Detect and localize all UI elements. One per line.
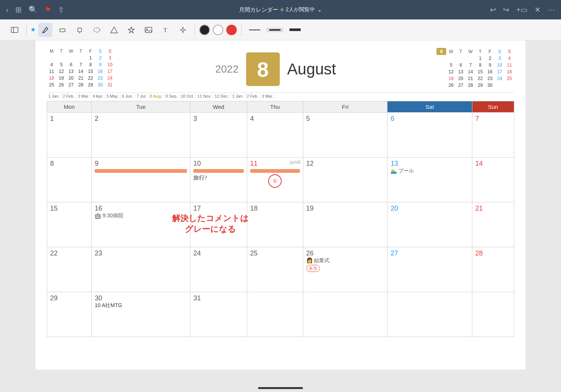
svg-rect-4	[78, 28, 82, 32]
svg-marker-7	[111, 27, 117, 33]
status-dot	[280, 8, 283, 11]
bookmark-icon[interactable]: ⚑	[45, 5, 51, 14]
cell-5: 5	[303, 113, 387, 157]
cell-empty-2	[303, 292, 387, 337]
mini-cal-header-t2: T	[76, 48, 86, 55]
cell-15: 15	[47, 202, 92, 247]
cell-6: 6	[387, 113, 472, 157]
sparkle-tool-btn[interactable]	[176, 23, 190, 37]
event-pool-label: プール	[398, 168, 414, 174]
bottom-bar	[258, 387, 303, 389]
col-mon: Mon	[47, 101, 92, 113]
cell-7: 7	[472, 113, 514, 157]
year-label: 2022	[215, 63, 238, 75]
mini-cal-header-f: F	[86, 48, 95, 55]
cell-empty-3	[387, 292, 472, 337]
mini-cal-july: M T W T F S S 123 4567	[47, 48, 115, 89]
share-icon[interactable]: ⇧	[58, 5, 64, 14]
cell-23: 23	[92, 247, 190, 292]
mini-calendars: M T W T F S S 123 4567	[47, 48, 514, 89]
svg-marker-8	[128, 27, 134, 33]
separator-1	[26, 24, 27, 36]
color-black[interactable]	[199, 25, 210, 35]
thickness-thick[interactable]	[286, 27, 304, 33]
color-white[interactable]	[213, 25, 223, 35]
undo-icon[interactable]: ↩	[490, 5, 496, 14]
table-row: 22 23 24 25 26 👩 始業式 弁当 27 28	[47, 247, 514, 292]
nav-left: ‹ ⊞ 🔍 ⚑ ⇧	[6, 5, 64, 14]
month-name: August	[287, 60, 336, 78]
separator-2	[194, 24, 195, 36]
cell-9: 9	[92, 157, 190, 202]
month-header: 2022 8 August	[215, 52, 336, 87]
mini-cal-header-w: W	[66, 48, 76, 55]
swimmer-icon: 🏊	[390, 168, 397, 174]
page-title: 月間カレンダー	[239, 6, 278, 13]
more-icon[interactable]: ⋯	[548, 5, 555, 14]
comment-circle-11[interactable]: ①	[268, 174, 282, 188]
month-box: 8	[246, 52, 280, 86]
event-hospital-label: 9:30病院	[102, 212, 123, 219]
hospital-icon: 🏥	[95, 213, 101, 219]
event-bar-9	[95, 169, 187, 173]
bluetooth-icon: ✱	[31, 27, 35, 33]
highlighter-tool-btn[interactable]	[73, 23, 87, 37]
col-wed: Wed	[190, 101, 247, 113]
color-red[interactable]	[226, 25, 237, 35]
annotation-overlay: 解決したコメントは グレーになる	[172, 213, 249, 235]
thickness-medium[interactable]	[266, 28, 283, 32]
col-sun: Sun	[472, 101, 514, 113]
calendar-grid: Mon Tue Wed Thu Fri Sat Sun 1 2 3 4 5 6 …	[47, 101, 514, 337]
graduation-icon: 👩 始業式	[306, 257, 330, 263]
cell-1: 1	[47, 113, 92, 157]
cell-18: 18	[247, 202, 303, 247]
cell-22: 22	[47, 247, 92, 292]
cell-11: 11 山の日 ①	[247, 157, 303, 202]
shape-tool-btn[interactable]	[107, 23, 121, 37]
svg-point-6	[94, 28, 100, 32]
chevron-down-icon[interactable]: ⌄	[317, 6, 322, 13]
cell-27: 27	[387, 247, 472, 292]
close-icon[interactable]: ✕	[534, 5, 541, 14]
cell-3: 3	[190, 113, 247, 157]
add-page-icon[interactable]: +▭	[516, 5, 528, 14]
annotation-line2: グレーになる	[172, 224, 249, 235]
svg-rect-9	[145, 27, 152, 33]
back-icon[interactable]: ‹	[6, 6, 9, 14]
sidebar-toggle-btn[interactable]	[7, 23, 22, 37]
cell-8: 8	[47, 157, 92, 202]
col-fri: Fri	[303, 101, 387, 113]
cell-21: 21	[472, 202, 514, 247]
grid-icon[interactable]: ⊞	[15, 5, 22, 14]
title-area: 月間カレンダー 2人が閲覧中 ⌄	[239, 6, 322, 13]
svg-text:T: T	[163, 27, 167, 33]
lasso-tool-btn[interactable]	[90, 23, 104, 37]
event-ryoko: 旅行?	[193, 174, 244, 181]
event-mtg: 10 A社MTG	[95, 302, 187, 309]
mini-cal-september: 9 M T W T F S S 1234	[436, 48, 514, 89]
text-tool-btn[interactable]: T	[159, 23, 173, 37]
mini-cal-header-s: S	[95, 48, 105, 55]
thickness-thin[interactable]	[246, 28, 263, 32]
star-tool-btn[interactable]	[124, 23, 138, 37]
table-row: 8 9 10 旅行? 11 山の日 ① 12 13	[47, 157, 514, 202]
nav-right: ↩ ↪ +▭ ✕ ⋯	[490, 5, 555, 14]
mini-cal-header-t: T	[56, 48, 66, 55]
event-graduation: 👩 始業式	[306, 257, 384, 264]
mini-cal-header-m: M	[47, 48, 56, 55]
pen-tool-btn[interactable]	[38, 23, 52, 37]
table-row: 1 2 3 4 5 6 7	[47, 113, 514, 157]
event-bar-11	[250, 169, 300, 173]
event-pool: 🏊 プール	[390, 168, 469, 174]
search-icon[interactable]: 🔍	[28, 5, 38, 14]
redo-icon[interactable]: ↪	[503, 5, 509, 14]
col-thu: Thu	[247, 101, 303, 113]
cell-empty-4	[472, 292, 514, 337]
cell-2: 2	[92, 113, 190, 157]
cell-12: 12	[303, 157, 387, 202]
cell-20: 20	[387, 202, 472, 247]
eraser-tool-btn[interactable]	[55, 23, 70, 37]
image-tool-btn[interactable]	[141, 23, 156, 37]
cell-10: 10 旅行?	[190, 157, 247, 202]
main-content: M T W T F S S 123 4567	[36, 40, 525, 370]
